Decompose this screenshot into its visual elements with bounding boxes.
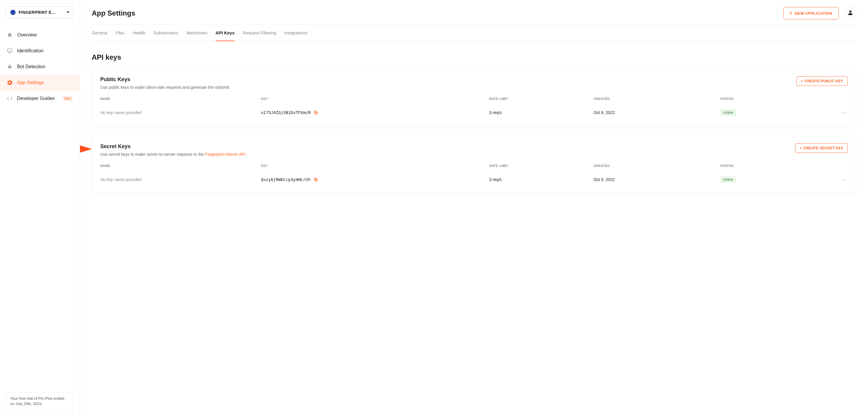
button-label: NEW APPLICATION [795, 11, 832, 15]
monitor-icon [6, 47, 13, 54]
home-icon [6, 32, 13, 38]
button-label: CREATE SECRET KEY [804, 146, 843, 150]
server-api-link[interactable]: Fingerprint Server API [205, 152, 246, 157]
svg-point-4 [8, 67, 9, 68]
svg-rect-3 [8, 66, 11, 68]
sidebar: FINGERPRINT E… Overview Identification [0, 0, 80, 415]
globe-icon [10, 10, 16, 15]
more-menu-button[interactable]: ⋯ [836, 109, 848, 116]
new-badge: New [62, 96, 73, 101]
more-menu-button[interactable]: ⋯ [836, 177, 848, 183]
trial-notice: Your free trial of Pro Plus ended on Jul… [6, 392, 74, 410]
tab-request-filtering[interactable]: Request Filtering [243, 30, 276, 41]
tab-health[interactable]: Health [133, 30, 145, 41]
tab-general[interactable]: General [92, 30, 107, 41]
chevron-down-icon [66, 11, 69, 13]
svg-point-8 [849, 10, 851, 13]
col-name: NAME [100, 97, 258, 100]
rate-limit: 3 req/s [489, 177, 591, 182]
sidebar-item-identification[interactable]: Identification [0, 43, 80, 59]
app-selector[interactable]: FINGERPRINT E… [6, 6, 74, 18]
arrow-callout-icon [80, 142, 92, 158]
create-public-key-button[interactable]: + CREATE PUBLIC KEY [796, 76, 848, 86]
tab-plan[interactable]: Plan [116, 30, 124, 41]
tab-integrations[interactable]: Integrations [284, 30, 307, 41]
key-name: No key name provided [100, 110, 258, 115]
gear-icon [6, 79, 13, 86]
svg-point-5 [10, 67, 11, 68]
copy-icon[interactable] [313, 177, 318, 182]
app-selector-label: FINGERPRINT E… [19, 10, 63, 15]
svg-marker-11 [80, 145, 92, 153]
card-description: Use public keys to make client-side requ… [100, 84, 230, 91]
svg-point-7 [9, 64, 10, 65]
robot-icon [6, 63, 13, 70]
rate-limit: 3 req/s [489, 110, 591, 115]
sidebar-item-developer-guides[interactable]: Developer Guides New [0, 91, 80, 106]
sidebar-item-label: Bot Detection [17, 64, 45, 69]
tab-api-keys[interactable]: API Keys [216, 30, 235, 41]
section-title: API keys [92, 53, 856, 61]
col-rate: RATE LIMIT [489, 97, 591, 100]
tab-webhooks[interactable]: Webhooks [186, 30, 207, 41]
code-icon [6, 95, 13, 102]
sidebar-nav: Overview Identification Bot Detection Ap… [0, 27, 80, 106]
plus-icon: + [789, 11, 793, 15]
status-badge: Active [720, 177, 736, 183]
sidebar-item-app-settings[interactable]: App Settings [0, 75, 80, 91]
key-value: QxzyQjRWbCcp3y4HLrVh [261, 177, 310, 182]
col-created: CREATED [593, 97, 717, 100]
table-header: NAME KEY RATE LIMIT CREATED STATUS [100, 164, 848, 167]
account-menu-button[interactable] [844, 7, 856, 19]
button-label: CREATE PUBLIC KEY [805, 79, 843, 83]
plus-icon: + [801, 79, 803, 83]
card-title: Secret Keys [100, 143, 247, 150]
sidebar-item-label: Developer Guides [17, 96, 55, 101]
col-key: KEY [261, 164, 486, 167]
user-icon [847, 9, 854, 17]
table-header: NAME KEY RATE LIMIT CREATED STATUS [100, 97, 848, 100]
key-name: No key name provided [100, 177, 258, 182]
table-row: No key name provided u175J4ZGjSB1DvTFXmc… [100, 106, 848, 119]
tab-subdomains[interactable]: Subdomains [154, 30, 178, 41]
created-date: Oct 9, 2022 [593, 177, 717, 182]
table-row: No key name provided QxzyQjRWbCcp3y4HLrV… [100, 173, 848, 186]
page-title: App Settings [92, 9, 135, 17]
new-application-button[interactable]: + NEW APPLICATION [783, 7, 839, 20]
sidebar-item-label: Overview [17, 32, 37, 38]
tabs: General Plan Health Subdomains Webhooks … [92, 25, 856, 41]
sidebar-item-overview[interactable]: Overview [0, 27, 80, 43]
card-description: Use secret keys to make server-to-server… [100, 151, 247, 158]
col-status: STATUS [720, 164, 833, 167]
col-rate: RATE LIMIT [489, 164, 591, 167]
main-content: App Settings + NEW APPLICATION General P… [80, 0, 868, 415]
card-title: Public Keys [100, 76, 230, 83]
create-secret-key-button[interactable]: + CREATE SECRET KEY [795, 143, 848, 153]
public-keys-card: Public Keys Use public keys to make clie… [92, 68, 856, 127]
sidebar-item-label: App Settings [17, 80, 44, 85]
col-status: STATUS [720, 97, 833, 100]
secret-keys-card: Secret Keys Use secret keys to make serv… [92, 135, 856, 194]
status-badge: Active [720, 109, 736, 116]
copy-icon[interactable] [313, 110, 318, 115]
svg-rect-0 [8, 49, 12, 52]
sidebar-item-bot-detection[interactable]: Bot Detection [0, 59, 80, 75]
col-key: KEY [261, 97, 486, 100]
col-created: CREATED [593, 164, 717, 167]
sidebar-item-label: Identification [17, 48, 43, 54]
created-date: Oct 9, 2022 [593, 110, 717, 115]
col-name: NAME [100, 164, 258, 167]
key-value: u175J4ZGjSB1DvTFXmcM [261, 110, 310, 115]
plus-icon: + [800, 146, 802, 150]
